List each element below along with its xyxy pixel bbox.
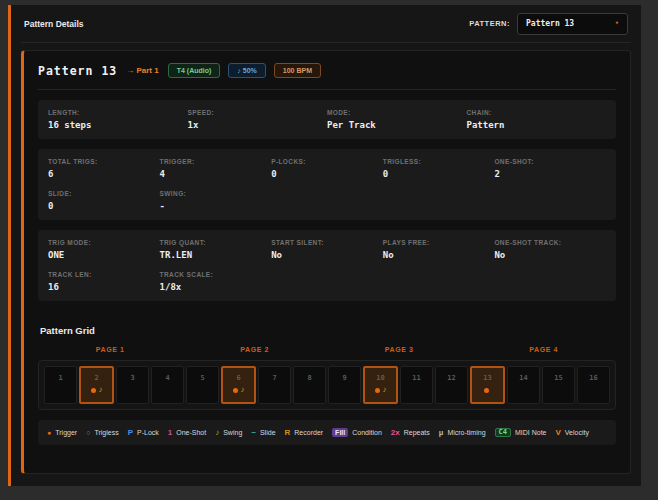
step-cell[interactable]: 15 (542, 366, 575, 404)
info-section-trigs: TOTAL TRIGS: 6 TRIGGER: 4 P-LOCKS: 0 TRI… (38, 149, 616, 220)
info-value: 1/8x (160, 282, 272, 292)
legend-item: 2x Repeats (391, 429, 430, 437)
legend-label: Swing (223, 429, 242, 436)
legend-item: P P-Lock (128, 429, 159, 437)
info-item: SWING: - (160, 190, 272, 211)
info-value: 0 (48, 201, 160, 211)
step-number: 12 (447, 375, 455, 382)
info-item: START SILENT: No (271, 239, 383, 260)
pattern-select[interactable]: Pattern 13 ▾ (517, 13, 628, 35)
legend-item: ♪ Swing (215, 429, 242, 437)
info-value: 16 (48, 282, 160, 292)
legend-label: Repeats (404, 429, 430, 436)
step-cell[interactable]: 3 (116, 366, 149, 404)
legend-item: C4 MIDI Note (495, 428, 547, 437)
info-value: 0 (271, 169, 383, 179)
step-cell[interactable]: 11 (400, 366, 433, 404)
step-icons: ♪ (375, 386, 387, 394)
info-label: LENGTH: (48, 109, 188, 116)
legend-label: Micro-timing (447, 429, 485, 436)
step-cell[interactable]: 12 (435, 366, 468, 404)
legend-label: MIDI Note (515, 429, 547, 436)
legend-item: Fill Condition (332, 428, 382, 437)
step-cell[interactable]: 7 (258, 366, 291, 404)
part-link[interactable]: → Part 1 (126, 66, 158, 75)
info-item: TRIGLESS: 0 (383, 158, 495, 179)
trigger-dot-icon (91, 388, 96, 393)
badge-group: T4 (Audio) ♪ 50% 100 BPM (168, 63, 321, 78)
legend-item: µ Micro-timing (439, 429, 486, 437)
info-item: SPEED: 1x (188, 109, 328, 130)
legend-item: ~ Slide (251, 429, 275, 437)
swing-icon: ♪ (215, 429, 219, 437)
info-label: TRACK SCALE: (160, 271, 272, 278)
step-icons (484, 386, 492, 394)
info-value: Pattern (467, 120, 607, 130)
trigless-icon: ○ (86, 429, 90, 436)
info-label: MODE: (327, 109, 467, 116)
info-label: SPEED: (188, 109, 328, 116)
recorder-icon: R (285, 429, 291, 437)
info-label: CHAIN: (467, 109, 607, 116)
step-cell[interactable]: 5 (186, 366, 219, 404)
step-number: 9 (342, 375, 346, 382)
top-bar: Pattern Details PATTERN: Pattern 13 ▾ (21, 5, 631, 43)
info-item: P-LOCKS: 0 (271, 158, 383, 179)
step-cell[interactable]: 8 (293, 366, 326, 404)
info-item: TOTAL TRIGS: 6 (48, 158, 160, 179)
step-number: 1 (58, 375, 62, 382)
info-value: - (160, 201, 272, 211)
pattern-details-page: Pattern Details PATTERN: Pattern 13 ▾ Pa… (8, 5, 641, 486)
step-icons: ♪ (91, 386, 103, 394)
card-header: Pattern 13 → Part 1 T4 (Audio) ♪ 50% 100… (38, 63, 616, 78)
step-cell[interactable]: 4 (151, 366, 184, 404)
step-cell[interactable]: 9 (328, 366, 361, 404)
step-cell[interactable]: 16 (577, 366, 610, 404)
pattern-select-label: PATTERN: (469, 19, 510, 28)
info-item: LENGTH: 16 steps (48, 109, 188, 130)
step-number: 16 (589, 375, 597, 382)
legend-item: ○ Trigless (86, 429, 118, 436)
legend-item: R Recorder (285, 429, 324, 437)
info-label: SWING: (160, 190, 272, 197)
step-grid: 1 2 ♪ 3 4 5 6 (38, 360, 616, 410)
legend-item: ● Trigger (47, 429, 77, 436)
trigger-dot-icon (375, 388, 380, 393)
info-item: TRIG QUANT: TR.LEN (160, 239, 272, 260)
info-item: ONE-SHOT TRACK: No (494, 239, 606, 260)
info-label: ONE-SHOT: (494, 158, 606, 165)
page-title: Pattern Details (24, 19, 84, 29)
condition-icon: Fill (332, 428, 348, 437)
step-cell[interactable]: 13 (470, 366, 505, 404)
step-cell[interactable]: 10 ♪ (363, 366, 398, 404)
page-label: PAGE 1 (38, 346, 183, 353)
info-item: TRIG MODE: ONE (48, 239, 160, 260)
info-value: TR.LEN (160, 250, 272, 260)
step-number: 7 (272, 375, 276, 382)
step-cell[interactable]: 2 ♪ (79, 366, 114, 404)
legend-label: One-Shot (176, 429, 206, 436)
pattern-title: Pattern 13 (38, 64, 117, 78)
info-item: SLIDE: 0 (48, 190, 160, 211)
step-number: 11 (412, 375, 420, 382)
info-value: 16 steps (48, 120, 188, 130)
step-cell[interactable]: 6 ♪ (221, 366, 256, 404)
step-cell[interactable]: 1 (44, 366, 77, 404)
legend-label: Velocity (565, 429, 589, 436)
legend-label: Trigless (94, 429, 118, 436)
step-number: 8 (307, 375, 311, 382)
one-shot-icon: 1 (168, 429, 172, 437)
legend-bar: ● Trigger ○ Trigless P P-Lock 1 One-Shot… (38, 420, 616, 445)
page-label: PAGE 2 (183, 346, 328, 353)
legend-label: Trigger (55, 429, 77, 436)
info-item: ONE-SHOT: 2 (494, 158, 606, 179)
info-label: TOTAL TRIGS: (48, 158, 160, 165)
trigger-dot-icon (484, 388, 489, 393)
step-cell[interactable]: 14 (507, 366, 540, 404)
step-icons: ♪ (233, 386, 245, 394)
info-section-general: LENGTH: 16 steps SPEED: 1x MODE: Per Tra… (38, 100, 616, 139)
midi-note-icon: C4 (495, 428, 511, 437)
status-badge: 100 BPM (274, 63, 321, 78)
info-label: START SILENT: (271, 239, 383, 246)
slide-icon: ~ (251, 429, 256, 437)
